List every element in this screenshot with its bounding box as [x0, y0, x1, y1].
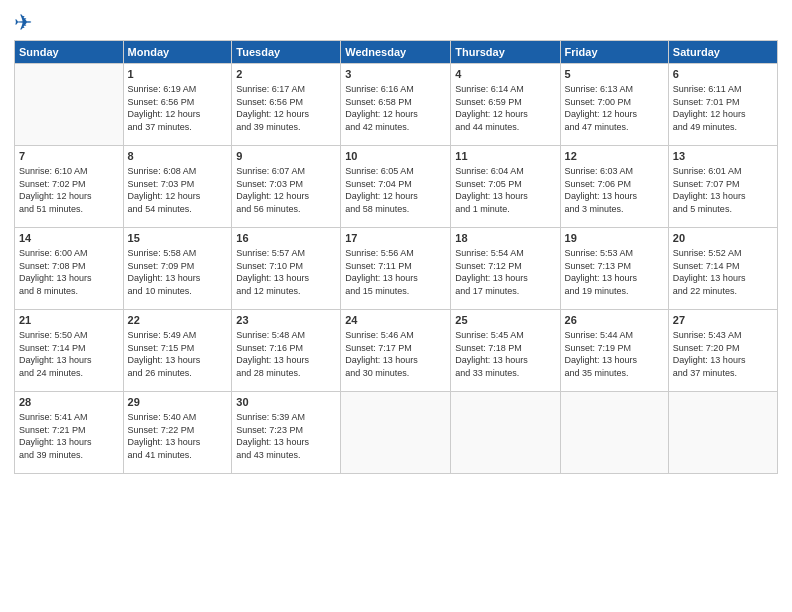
- week-row-1: 1Sunrise: 6:19 AM Sunset: 6:56 PM Daylig…: [15, 64, 778, 146]
- calendar-cell: 7Sunrise: 6:10 AM Sunset: 7:02 PM Daylig…: [15, 146, 124, 228]
- calendar-cell: 27Sunrise: 5:43 AM Sunset: 7:20 PM Dayli…: [668, 310, 777, 392]
- calendar-cell: 14Sunrise: 6:00 AM Sunset: 7:08 PM Dayli…: [15, 228, 124, 310]
- day-header-saturday: Saturday: [668, 41, 777, 64]
- day-number: 14: [19, 231, 119, 246]
- calendar-cell: [15, 64, 124, 146]
- day-info: Sunrise: 5:53 AM Sunset: 7:13 PM Dayligh…: [565, 248, 638, 296]
- calendar-cell: 10Sunrise: 6:05 AM Sunset: 7:04 PM Dayli…: [341, 146, 451, 228]
- calendar-cell: 4Sunrise: 6:14 AM Sunset: 6:59 PM Daylig…: [451, 64, 560, 146]
- calendar-cell: 28Sunrise: 5:41 AM Sunset: 7:21 PM Dayli…: [15, 392, 124, 474]
- week-row-5: 28Sunrise: 5:41 AM Sunset: 7:21 PM Dayli…: [15, 392, 778, 474]
- day-header-thursday: Thursday: [451, 41, 560, 64]
- day-info: Sunrise: 6:17 AM Sunset: 6:56 PM Dayligh…: [236, 84, 309, 132]
- day-info: Sunrise: 6:04 AM Sunset: 7:05 PM Dayligh…: [455, 166, 528, 214]
- day-info: Sunrise: 6:19 AM Sunset: 6:56 PM Dayligh…: [128, 84, 201, 132]
- calendar-cell: 15Sunrise: 5:58 AM Sunset: 7:09 PM Dayli…: [123, 228, 232, 310]
- day-info: Sunrise: 5:49 AM Sunset: 7:15 PM Dayligh…: [128, 330, 201, 378]
- calendar-cell: 1Sunrise: 6:19 AM Sunset: 6:56 PM Daylig…: [123, 64, 232, 146]
- calendar-cell: 18Sunrise: 5:54 AM Sunset: 7:12 PM Dayli…: [451, 228, 560, 310]
- day-number: 30: [236, 395, 336, 410]
- day-number: 5: [565, 67, 664, 82]
- day-header-wednesday: Wednesday: [341, 41, 451, 64]
- day-info: Sunrise: 5:56 AM Sunset: 7:11 PM Dayligh…: [345, 248, 418, 296]
- logo-icon: ✈: [14, 10, 32, 36]
- day-number: 10: [345, 149, 446, 164]
- calendar-cell: 21Sunrise: 5:50 AM Sunset: 7:14 PM Dayli…: [15, 310, 124, 392]
- calendar-cell: 20Sunrise: 5:52 AM Sunset: 7:14 PM Dayli…: [668, 228, 777, 310]
- day-number: 2: [236, 67, 336, 82]
- calendar-table: SundayMondayTuesdayWednesdayThursdayFrid…: [14, 40, 778, 474]
- calendar-cell: 19Sunrise: 5:53 AM Sunset: 7:13 PM Dayli…: [560, 228, 668, 310]
- day-number: 12: [565, 149, 664, 164]
- day-number: 13: [673, 149, 773, 164]
- day-number: 27: [673, 313, 773, 328]
- logo: ✈: [14, 10, 34, 36]
- day-number: 20: [673, 231, 773, 246]
- day-number: 21: [19, 313, 119, 328]
- calendar-cell: 13Sunrise: 6:01 AM Sunset: 7:07 PM Dayli…: [668, 146, 777, 228]
- day-info: Sunrise: 5:39 AM Sunset: 7:23 PM Dayligh…: [236, 412, 309, 460]
- calendar-cell: 2Sunrise: 6:17 AM Sunset: 6:56 PM Daylig…: [232, 64, 341, 146]
- calendar-cell: 12Sunrise: 6:03 AM Sunset: 7:06 PM Dayli…: [560, 146, 668, 228]
- calendar-cell: 9Sunrise: 6:07 AM Sunset: 7:03 PM Daylig…: [232, 146, 341, 228]
- day-info: Sunrise: 5:58 AM Sunset: 7:09 PM Dayligh…: [128, 248, 201, 296]
- day-number: 11: [455, 149, 555, 164]
- calendar-cell: 26Sunrise: 5:44 AM Sunset: 7:19 PM Dayli…: [560, 310, 668, 392]
- day-info: Sunrise: 6:14 AM Sunset: 6:59 PM Dayligh…: [455, 84, 528, 132]
- day-info: Sunrise: 5:54 AM Sunset: 7:12 PM Dayligh…: [455, 248, 528, 296]
- calendar-cell: [341, 392, 451, 474]
- calendar-cell: 16Sunrise: 5:57 AM Sunset: 7:10 PM Dayli…: [232, 228, 341, 310]
- day-header-sunday: Sunday: [15, 41, 124, 64]
- calendar-cell: 5Sunrise: 6:13 AM Sunset: 7:00 PM Daylig…: [560, 64, 668, 146]
- day-number: 23: [236, 313, 336, 328]
- calendar-cell: 17Sunrise: 5:56 AM Sunset: 7:11 PM Dayli…: [341, 228, 451, 310]
- calendar-cell: 8Sunrise: 6:08 AM Sunset: 7:03 PM Daylig…: [123, 146, 232, 228]
- day-header-friday: Friday: [560, 41, 668, 64]
- day-header-monday: Monday: [123, 41, 232, 64]
- day-number: 3: [345, 67, 446, 82]
- calendar-cell: 6Sunrise: 6:11 AM Sunset: 7:01 PM Daylig…: [668, 64, 777, 146]
- calendar-cell: 22Sunrise: 5:49 AM Sunset: 7:15 PM Dayli…: [123, 310, 232, 392]
- day-header-tuesday: Tuesday: [232, 41, 341, 64]
- day-info: Sunrise: 5:48 AM Sunset: 7:16 PM Dayligh…: [236, 330, 309, 378]
- week-row-2: 7Sunrise: 6:10 AM Sunset: 7:02 PM Daylig…: [15, 146, 778, 228]
- day-info: Sunrise: 6:16 AM Sunset: 6:58 PM Dayligh…: [345, 84, 418, 132]
- week-row-3: 14Sunrise: 6:00 AM Sunset: 7:08 PM Dayli…: [15, 228, 778, 310]
- day-info: Sunrise: 6:03 AM Sunset: 7:06 PM Dayligh…: [565, 166, 638, 214]
- day-info: Sunrise: 6:08 AM Sunset: 7:03 PM Dayligh…: [128, 166, 201, 214]
- day-number: 9: [236, 149, 336, 164]
- day-info: Sunrise: 5:50 AM Sunset: 7:14 PM Dayligh…: [19, 330, 92, 378]
- day-number: 22: [128, 313, 228, 328]
- day-number: 15: [128, 231, 228, 246]
- day-info: Sunrise: 5:45 AM Sunset: 7:18 PM Dayligh…: [455, 330, 528, 378]
- calendar-cell: [668, 392, 777, 474]
- day-info: Sunrise: 6:05 AM Sunset: 7:04 PM Dayligh…: [345, 166, 418, 214]
- day-number: 4: [455, 67, 555, 82]
- day-number: 24: [345, 313, 446, 328]
- day-number: 6: [673, 67, 773, 82]
- day-info: Sunrise: 5:41 AM Sunset: 7:21 PM Dayligh…: [19, 412, 92, 460]
- day-info: Sunrise: 5:44 AM Sunset: 7:19 PM Dayligh…: [565, 330, 638, 378]
- day-info: Sunrise: 5:43 AM Sunset: 7:20 PM Dayligh…: [673, 330, 746, 378]
- day-number: 26: [565, 313, 664, 328]
- day-info: Sunrise: 5:52 AM Sunset: 7:14 PM Dayligh…: [673, 248, 746, 296]
- day-number: 29: [128, 395, 228, 410]
- calendar-cell: 11Sunrise: 6:04 AM Sunset: 7:05 PM Dayli…: [451, 146, 560, 228]
- calendar-cell: 23Sunrise: 5:48 AM Sunset: 7:16 PM Dayli…: [232, 310, 341, 392]
- day-info: Sunrise: 6:10 AM Sunset: 7:02 PM Dayligh…: [19, 166, 92, 214]
- day-number: 18: [455, 231, 555, 246]
- day-number: 17: [345, 231, 446, 246]
- calendar-cell: 3Sunrise: 6:16 AM Sunset: 6:58 PM Daylig…: [341, 64, 451, 146]
- day-info: Sunrise: 6:11 AM Sunset: 7:01 PM Dayligh…: [673, 84, 746, 132]
- day-number: 25: [455, 313, 555, 328]
- header: ✈: [14, 10, 778, 36]
- day-info: Sunrise: 6:07 AM Sunset: 7:03 PM Dayligh…: [236, 166, 309, 214]
- day-info: Sunrise: 6:13 AM Sunset: 7:00 PM Dayligh…: [565, 84, 638, 132]
- day-info: Sunrise: 5:46 AM Sunset: 7:17 PM Dayligh…: [345, 330, 418, 378]
- calendar-cell: 29Sunrise: 5:40 AM Sunset: 7:22 PM Dayli…: [123, 392, 232, 474]
- day-number: 28: [19, 395, 119, 410]
- day-info: Sunrise: 5:57 AM Sunset: 7:10 PM Dayligh…: [236, 248, 309, 296]
- calendar-cell: [560, 392, 668, 474]
- day-number: 7: [19, 149, 119, 164]
- day-number: 16: [236, 231, 336, 246]
